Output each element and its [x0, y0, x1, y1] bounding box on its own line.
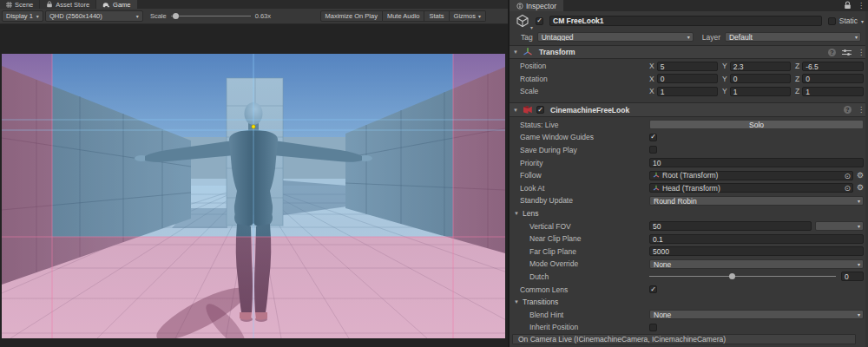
inherit-position-checkbox[interactable]: [649, 324, 657, 331]
component-menu-icon[interactable]: ⋮: [858, 49, 865, 56]
inspector-menu-icon[interactable]: ⋮: [858, 2, 865, 10]
position-row: Position X5 Y2.3 Z-6.5: [510, 60, 868, 73]
common-lens-checkbox[interactable]: ✓: [649, 285, 657, 293]
stats-label: Stats: [429, 12, 444, 20]
scale-x-field[interactable]: 1: [657, 87, 718, 96]
lock-icon[interactable]: [844, 1, 852, 10]
foldout-arrow-icon[interactable]: ▼: [513, 108, 519, 113]
transform-rows: Position X5 Y2.3 Z-6.5 Rotation X0 Y0 Z0…: [510, 60, 868, 98]
position-z-field[interactable]: -6.5: [802, 62, 864, 71]
save-during-play-checkbox[interactable]: [649, 146, 657, 154]
chevron-down-icon[interactable]: ▾: [861, 18, 864, 24]
solo-button[interactable]: Solo: [649, 120, 864, 129]
display-dropdown-label: Display 1: [6, 12, 33, 20]
common-lens-row: Common Lens ✓: [510, 283, 868, 296]
transform-title: Transform: [539, 48, 575, 56]
presets-icon[interactable]: [842, 49, 852, 56]
transitions-foldout[interactable]: ▼Transitions: [510, 298, 558, 306]
object-picker-icon[interactable]: ⊙: [844, 184, 851, 193]
component-menu-icon[interactable]: ⋮: [858, 106, 865, 114]
blend-hint-dropdown[interactable]: None▾: [649, 310, 864, 319]
lookat-object-field[interactable]: Head (Transform) ⊙: [649, 183, 853, 193]
gear-icon[interactable]: ⚙: [857, 184, 864, 192]
tab-label: Scene: [15, 1, 33, 9]
lens-foldout[interactable]: ▼Lens: [510, 209, 538, 218]
scale-slider-handle[interactable]: [173, 13, 179, 19]
game-render-surface[interactable]: [2, 54, 505, 338]
component-enabled-checkbox[interactable]: ✓: [536, 106, 544, 114]
tab-asset-store[interactable]: Asset Store: [40, 0, 95, 9]
axis-x-label: X: [649, 62, 654, 70]
far-clip-field[interactable]: 5000: [649, 246, 864, 256]
tab-inspector[interactable]: Inspector: [510, 0, 563, 11]
fov-preset-dropdown[interactable]: ▾: [815, 221, 864, 231]
mute-audio-button[interactable]: Mute Audio: [383, 10, 425, 22]
chevron-down-icon: ▾: [858, 199, 860, 204]
inspector-icon: [516, 3, 523, 10]
active-checkbox[interactable]: ✓: [536, 17, 543, 25]
chevron-down-icon: ▾: [858, 312, 860, 318]
cinemachine-component-header[interactable]: ▼ ✓ CinemachineFreeLook ? ⋮: [510, 102, 868, 117]
stats-button[interactable]: Stats: [424, 10, 449, 22]
game-window-guides-label: Game Window Guides: [510, 133, 649, 141]
on-camera-live-event-header[interactable]: On Camera Live (ICinemachineCamera, ICin…: [512, 334, 856, 344]
dutch-slider[interactable]: [649, 276, 836, 277]
transform-icon: [653, 172, 660, 179]
scale-y-field[interactable]: 1: [730, 87, 791, 96]
dutch-row: Dutch 0: [510, 271, 868, 284]
gizmos-dropdown-button[interactable]: Gizmos▾: [450, 10, 486, 22]
soft-zone-overlay: [52, 54, 453, 237]
rotation-x-field[interactable]: 0: [657, 74, 718, 83]
rotation-row: Rotation X0 Y0 Z0: [510, 73, 868, 86]
transform-component-header[interactable]: ▼ Transform ? ⋮: [510, 45, 868, 59]
tab-game[interactable]: Game: [96, 0, 136, 9]
axis-x-label: X: [649, 75, 654, 83]
game-window-guides-checkbox[interactable]: ✓: [649, 134, 657, 141]
tab-scene[interactable]: Scene: [0, 0, 39, 9]
foldout-arrow-icon: ▼: [514, 299, 520, 304]
near-clip-label: Near Clip Plane: [510, 234, 649, 243]
position-x-field[interactable]: 5: [657, 62, 718, 71]
cube-icon: [516, 14, 529, 28]
scale-z-field[interactable]: 1: [802, 87, 864, 96]
standby-update-dropdown[interactable]: Round Robin▾: [649, 196, 864, 206]
scale-slider[interactable]: [171, 16, 251, 16]
display-dropdown[interactable]: Display 1 ▾: [2, 10, 43, 22]
dutch-field[interactable]: 0: [841, 272, 864, 281]
cinemachine-title: CinemachineFreeLook: [550, 106, 629, 115]
rotation-y-field[interactable]: 0: [730, 74, 791, 83]
game-controller-icon: [102, 2, 110, 8]
layer-dropdown[interactable]: Default▾: [725, 32, 861, 42]
rotation-z-field[interactable]: 0: [802, 74, 864, 83]
object-picker-icon[interactable]: ⊙: [844, 172, 851, 180]
static-checkbox[interactable]: [828, 17, 836, 25]
unity-editor-window: Scene Asset Store Game Display 1 ▾ QHD (…: [0, 0, 868, 347]
maximize-on-play-button[interactable]: Maximize On Play: [320, 10, 383, 22]
rotation-label: Rotation: [510, 75, 649, 83]
tab-label: Game: [113, 1, 130, 9]
vertical-fov-field[interactable]: 50: [649, 221, 812, 231]
resolution-dropdown[interactable]: QHD (2560x1440) ▾: [45, 10, 143, 22]
scale-control: Scale 0.63x: [150, 12, 271, 20]
gear-icon[interactable]: ⚙: [857, 172, 864, 180]
near-clip-field[interactable]: 0.1: [649, 234, 864, 244]
status-label: Status: Live: [510, 121, 649, 129]
help-icon[interactable]: ?: [844, 106, 852, 114]
chevron-down-icon: ▾: [858, 262, 860, 267]
gameobject-name-field[interactable]: CM FreeLook1: [549, 16, 822, 26]
scale-label: Scale: [510, 87, 649, 95]
follow-object-field[interactable]: Root (Transform) ⊙: [649, 171, 853, 180]
inspector-tab-label: Inspector: [526, 2, 556, 10]
foldout-arrow-icon: ▼: [514, 211, 520, 216]
foldout-arrow-icon[interactable]: ▼: [513, 49, 519, 55]
gameobject-icon-selector[interactable]: ▾: [510, 14, 536, 28]
mode-override-dropdown[interactable]: None▾: [649, 259, 864, 269]
dutch-slider-handle[interactable]: [729, 273, 735, 279]
axis-y-label: Y: [722, 75, 727, 83]
position-y-field[interactable]: 2.3: [730, 62, 791, 71]
chevron-down-icon: ▾: [530, 24, 533, 30]
cinemachine-guides: [2, 54, 505, 338]
tag-dropdown[interactable]: Untagged▾: [537, 32, 694, 42]
priority-field[interactable]: 10: [649, 158, 864, 167]
help-icon[interactable]: ?: [828, 49, 836, 56]
